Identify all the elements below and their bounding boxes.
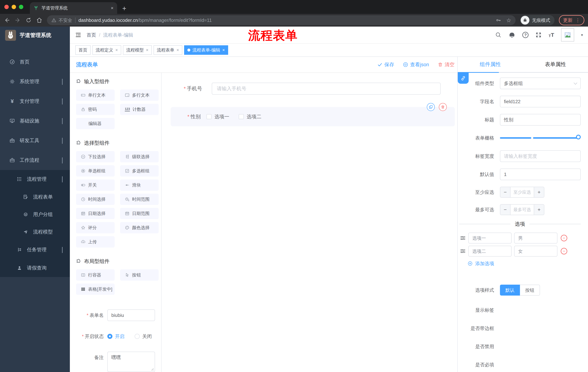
tag-process-model[interactable]: 流程模型×: [123, 45, 152, 55]
sidebar-item-home[interactable]: 首页: [0, 52, 70, 72]
component-select[interactable]: 下拉选择: [76, 151, 115, 162]
max-select-value[interactable]: 最多可选: [511, 205, 534, 215]
avatar[interactable]: [561, 28, 574, 42]
resize-handle-icon[interactable]: [151, 368, 154, 371]
browser-menu-icon[interactable]: ⋮: [576, 18, 580, 23]
reload-icon[interactable]: [25, 17, 32, 23]
url-text[interactable]: dashboard.yudao.iocoder.cn/bpm/manager/f…: [78, 18, 212, 23]
option-label-input[interactable]: 选项一: [468, 233, 512, 244]
help-icon[interactable]: ?: [522, 32, 528, 38]
component-password[interactable]: 密码: [76, 104, 115, 115]
fullscreen-icon[interactable]: [536, 32, 542, 38]
add-option-button[interactable]: 添加选项: [468, 260, 581, 267]
sidebar-item-leave-query[interactable]: 请假查询: [0, 259, 70, 277]
key-icon[interactable]: [495, 17, 501, 23]
tag-close-icon[interactable]: ×: [115, 47, 118, 53]
slider-handle[interactable]: [576, 135, 581, 139]
view-json-button[interactable]: 查看json: [403, 61, 429, 68]
component-multi-text[interactable]: 多行文本: [120, 90, 159, 101]
tag-process-form[interactable]: 流程表单×: [154, 45, 182, 55]
sidebar-item-process-mgmt[interactable]: 流程管理: [0, 170, 70, 188]
window-controls[interactable]: [4, 0, 23, 14]
component-table[interactable]: 表格[开发中]: [76, 284, 115, 295]
sidebar-item-task-mgmt[interactable]: 任务管理: [0, 241, 70, 259]
component-checkbox-group[interactable]: 多选框组: [120, 165, 159, 177]
component-counter[interactable]: 123计数器: [120, 104, 159, 115]
component-cascader[interactable]: 级联选择: [120, 151, 159, 162]
browser-tab[interactable]: 芋道管理系统 ×: [30, 2, 117, 14]
component-single-text[interactable]: 单行文本: [76, 90, 115, 101]
drag-handle-icon[interactable]: [460, 235, 466, 241]
form-remark-textarea[interactable]: 嘿嘿: [107, 352, 155, 372]
component-button[interactable]: 按钮: [120, 269, 159, 281]
canvas-field-phone[interactable]: *手机号 请输入手机号: [184, 83, 441, 95]
breadcrumb-home[interactable]: 首页: [87, 32, 96, 38]
component-rate[interactable]: 评分: [76, 222, 115, 233]
stepper-minus-button[interactable]: −: [500, 187, 511, 197]
home-icon[interactable]: [36, 17, 42, 23]
sidebar-item-system[interactable]: 系统管理: [0, 72, 70, 91]
max-select-stepper[interactable]: − 最多可选 +: [500, 204, 544, 215]
component-row-container[interactable]: 行容器: [76, 269, 115, 281]
component-date-picker[interactable]: 日期选择: [76, 208, 115, 219]
avatar-caret-icon[interactable]: ▾: [581, 33, 583, 37]
gender-checkbox-option2[interactable]: 选项二: [239, 113, 262, 120]
tag-process-definition[interactable]: 流程定义×: [92, 45, 121, 55]
canvas-field-gender-selected[interactable]: *性别 选项一 选项二: [171, 107, 455, 126]
new-tab-button[interactable]: +: [122, 3, 126, 14]
font-size-icon[interactable]: TT: [548, 32, 554, 38]
status-radio-on[interactable]: 开启: [107, 333, 125, 340]
window-close-button[interactable]: [4, 5, 9, 9]
tag-close-icon[interactable]: ×: [177, 47, 179, 53]
option-label-input[interactable]: 选项二: [468, 246, 512, 257]
link-badge[interactable]: [458, 73, 469, 84]
drag-handle-icon[interactable]: [460, 248, 466, 254]
label-width-input[interactable]: 请输入标签宽度: [500, 150, 581, 162]
min-select-stepper[interactable]: − 至少应选 +: [500, 187, 544, 198]
sidebar-item-infra[interactable]: 基础设施: [0, 111, 70, 131]
component-upload[interactable]: 上传: [76, 236, 115, 247]
app-logo[interactable]: 芋道管理系统: [0, 27, 70, 44]
remove-option-button[interactable]: −: [561, 248, 567, 255]
sidebar-item-process-model[interactable]: 流程模型: [0, 223, 70, 241]
component-date-range[interactable]: 日期范围: [120, 208, 159, 219]
option-value-input[interactable]: 女: [514, 246, 557, 257]
form-name-input[interactable]: biubiu: [107, 309, 155, 321]
component-editor[interactable]: 编辑器: [76, 118, 115, 129]
component-time-range[interactable]: 时间范围: [120, 194, 159, 205]
bookmark-star-icon[interactable]: ☆: [506, 17, 511, 23]
component-slider[interactable]: 滑块: [120, 180, 159, 191]
stepper-minus-button[interactable]: −: [500, 205, 511, 215]
field-name-input[interactable]: field122: [500, 96, 581, 107]
tag-home[interactable]: 首页: [75, 45, 91, 55]
component-time-picker[interactable]: 时间选择: [76, 194, 115, 205]
status-radio-off[interactable]: 关闭: [135, 333, 152, 340]
stepper-plus-button[interactable]: +: [534, 187, 544, 197]
component-color-picker[interactable]: 颜色选择: [120, 222, 159, 233]
slider-track[interactable]: [500, 137, 578, 139]
stepper-plus-button[interactable]: +: [534, 205, 544, 215]
sidebar-item-user-group[interactable]: 用户分组: [0, 206, 70, 223]
sidebar-item-devtools[interactable]: 研发工具: [0, 131, 70, 150]
tab-form-props[interactable]: 表单属性: [523, 57, 588, 72]
forward-icon[interactable]: [15, 17, 21, 23]
tag-close-icon[interactable]: ×: [222, 47, 225, 53]
browser-update-button[interactable]: 更新 ⋮: [559, 15, 584, 25]
component-switch[interactable]: 开关: [76, 180, 115, 191]
delete-component-button[interactable]: [439, 103, 447, 111]
tab-component-props[interactable]: 组件属性: [458, 57, 523, 72]
component-type-select[interactable]: 多选框组: [500, 77, 581, 89]
gender-checkbox-option1[interactable]: 选项一: [207, 113, 229, 120]
security-status[interactable]: 不安全: [51, 17, 72, 23]
copy-component-button[interactable]: [427, 103, 435, 111]
window-minimize-button[interactable]: [12, 5, 16, 9]
sidebar-collapse-icon[interactable]: [75, 32, 82, 38]
title-input[interactable]: 性别: [500, 114, 581, 126]
address-bar[interactable]: 不安全 dashboard.yudao.iocoder.cn/bpm/manag…: [47, 15, 515, 25]
back-icon[interactable]: [4, 17, 10, 23]
option-value-input[interactable]: 男: [514, 233, 557, 244]
checkbox[interactable]: [207, 114, 211, 119]
tag-close-icon[interactable]: ×: [146, 47, 148, 53]
style-button-button[interactable]: 按钮: [520, 285, 540, 296]
form-grid-slider[interactable]: [500, 132, 581, 144]
